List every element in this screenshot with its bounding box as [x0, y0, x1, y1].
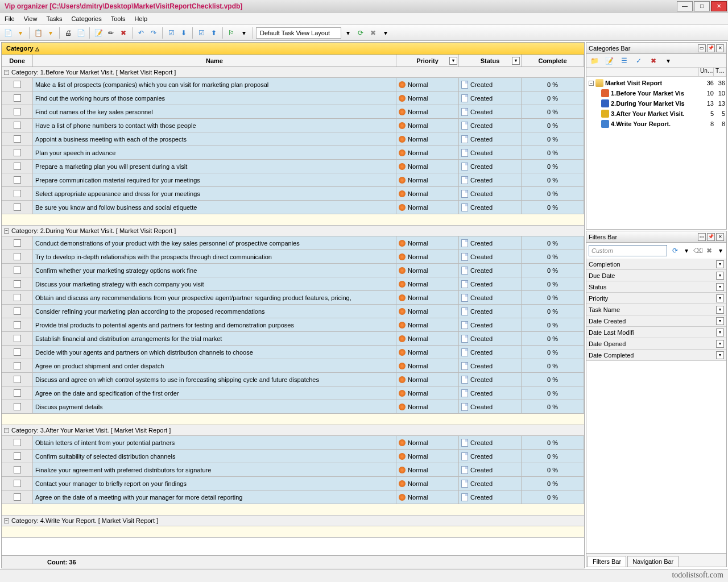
task-row[interactable]: Agree on product shipment and order disp…	[2, 359, 584, 373]
filter-dropdown-icon[interactable]: ▾	[716, 306, 724, 314]
category-row[interactable]: −Category: 3.After Your Market Visit. [ …	[2, 425, 584, 436]
tree-item[interactable]: 3.After Your Market Visit.55	[588, 109, 725, 119]
filter-row[interactable]: Due Date▾	[586, 270, 726, 281]
task-row[interactable]: Discuss your marketing strategy with eac…	[2, 277, 584, 291]
done-checkbox[interactable]	[14, 163, 21, 170]
filter-row[interactable]: Date Last Modifi▾	[586, 327, 726, 338]
filter-row[interactable]: Date Completed▾	[586, 350, 726, 361]
done-checkbox[interactable]	[14, 294, 21, 301]
edit-icon[interactable]: 📝	[93, 27, 104, 39]
category-row[interactable]: −Category: 2.During Your Market Visit. […	[2, 226, 584, 236]
layout-dropdown-icon[interactable]: ▾	[342, 27, 354, 39]
done-checkbox[interactable]	[14, 335, 21, 342]
done-checkbox[interactable]	[14, 267, 21, 274]
task-row[interactable]: Provide trial products to potential agen…	[2, 318, 584, 332]
done-checkbox[interactable]	[14, 239, 21, 247]
new-task-arrow-icon[interactable]: ▾	[45, 27, 56, 39]
done-checkbox[interactable]	[14, 439, 21, 446]
menu-file[interactable]: File	[5, 15, 15, 22]
done-checkbox[interactable]	[14, 389, 21, 397]
task-row[interactable]: Decide with your agents and partners on …	[2, 346, 584, 359]
cat-more-icon[interactable]: ▾	[663, 55, 674, 66]
task-row[interactable]: Agree on the date and specification of t…	[2, 386, 584, 400]
task-row[interactable]: Appoint a business meeting with each of …	[2, 132, 584, 146]
edit2-icon[interactable]: ✏	[105, 27, 117, 39]
flag-icon[interactable]: 🏳	[226, 27, 237, 39]
bottom-tab[interactable]: Navigation Bar	[627, 556, 679, 567]
filter-dropdown-icon[interactable]: ▾	[716, 340, 724, 348]
done-checkbox[interactable]	[14, 480, 21, 487]
col-complete[interactable]: Complete	[522, 55, 584, 66]
filter-dropdown-icon[interactable]: ▾	[716, 294, 724, 302]
task-row[interactable]: Have a list of phone numbers to contact …	[2, 119, 584, 132]
filter-dropdown-icon[interactable]: ▾	[716, 317, 724, 325]
done-checkbox[interactable]	[14, 403, 21, 410]
category-row[interactable]: −Category: 4.Write Your Report. [ Market…	[2, 516, 584, 526]
filter-dropdown-icon[interactable]: ▾	[716, 272, 724, 280]
close-button[interactable]: ✕	[711, 1, 727, 11]
new-task-icon[interactable]: 📋	[32, 27, 44, 39]
redo-icon[interactable]: ↷	[148, 27, 159, 39]
filter-apply-icon[interactable]: ⟳	[669, 245, 681, 256]
panel-close-icon[interactable]: ✕	[716, 44, 724, 52]
cat-edit-icon[interactable]: 📝	[603, 55, 615, 66]
task-row[interactable]: Discuss payment detailsNormalCreated0 %	[2, 400, 584, 414]
layout-refresh-icon[interactable]: ⟳	[355, 27, 366, 39]
done-checkbox[interactable]	[14, 135, 21, 143]
done-checkbox[interactable]	[14, 253, 21, 260]
task-row[interactable]: Try to develop in-depth relationships wi…	[2, 250, 584, 264]
cat-delete-icon[interactable]: ✖	[648, 55, 659, 66]
tree-root[interactable]: −Market Visit Report3636	[588, 78, 725, 88]
collapse-icon[interactable]: −	[4, 518, 9, 523]
filter-dropdown-icon[interactable]: ▾	[716, 351, 724, 359]
delete-icon[interactable]: ✖	[118, 27, 129, 39]
done-checkbox[interactable]	[14, 149, 21, 156]
preview-icon[interactable]: 📄	[75, 27, 86, 39]
task-row[interactable]: Obtain letters of intent from your poten…	[2, 436, 584, 450]
filter-delete-icon[interactable]: ✖	[704, 245, 715, 256]
cat-new-icon[interactable]: 📁	[589, 55, 600, 66]
filter-dropdown-icon[interactable]: ▾	[716, 260, 724, 268]
task-row[interactable]: Confirm whether your marketing strategy …	[2, 264, 584, 277]
expand-icon[interactable]: −	[589, 81, 594, 86]
move-down-icon[interactable]: ⬇	[178, 27, 189, 39]
filter-more-icon[interactable]: ▾	[715, 245, 726, 256]
collapse-icon[interactable]: −	[4, 428, 9, 433]
task-row[interactable]: Obtain and discuss any recommendations f…	[2, 291, 584, 305]
new-icon[interactable]: 📄	[2, 27, 14, 39]
task-row[interactable]: Establish financial and distribution arr…	[2, 332, 584, 346]
filter-row[interactable]: Priority▾	[586, 293, 726, 304]
filter-row[interactable]: Date Created▾	[586, 315, 726, 327]
done-checkbox[interactable]	[14, 94, 21, 102]
check2-icon[interactable]: ☑	[196, 27, 207, 39]
category-row[interactable]: −Category: 1.Before Your Market Visit. […	[2, 67, 584, 78]
flag-arrow-icon[interactable]: ▾	[238, 27, 250, 39]
filter-row[interactable]: Task Name▾	[586, 304, 726, 315]
done-checkbox[interactable]	[14, 122, 21, 129]
status-filter-icon[interactable]: ▾	[512, 57, 520, 65]
done-checkbox[interactable]	[14, 280, 21, 288]
open-icon[interactable]: ▾	[15, 27, 26, 39]
panel-close-icon[interactable]: ✕	[716, 233, 724, 241]
done-checkbox[interactable]	[14, 307, 21, 315]
layout-selector[interactable]: Default Task View Layout	[256, 27, 341, 39]
done-checkbox[interactable]	[14, 362, 21, 369]
done-checkbox[interactable]	[14, 81, 21, 88]
filter-clear-icon[interactable]: ⌫	[692, 245, 704, 256]
panel-restore-icon[interactable]: ▭	[698, 233, 706, 241]
done-checkbox[interactable]	[14, 176, 21, 184]
filter-row[interactable]: Status▾	[586, 281, 726, 293]
col-priority[interactable]: Priority▾	[396, 55, 459, 66]
done-checkbox[interactable]	[14, 203, 21, 211]
panel-restore-icon[interactable]: ▭	[698, 44, 706, 52]
task-row[interactable]: Prepare communication material required …	[2, 173, 584, 187]
collapse-icon[interactable]: −	[4, 70, 9, 75]
task-row[interactable]: Consider refining your marketing plan ac…	[2, 305, 584, 318]
priority-filter-icon[interactable]: ▾	[449, 57, 457, 65]
menu-tasks[interactable]: Tasks	[46, 15, 62, 22]
task-row[interactable]: Conduct demonstrations of your product w…	[2, 236, 584, 250]
done-checkbox[interactable]	[14, 466, 21, 473]
task-row[interactable]: Be sure you know and follow business and…	[2, 201, 584, 214]
task-row[interactable]: Discuss and agree on which control syste…	[2, 373, 584, 386]
col-name[interactable]: Name	[33, 55, 396, 66]
